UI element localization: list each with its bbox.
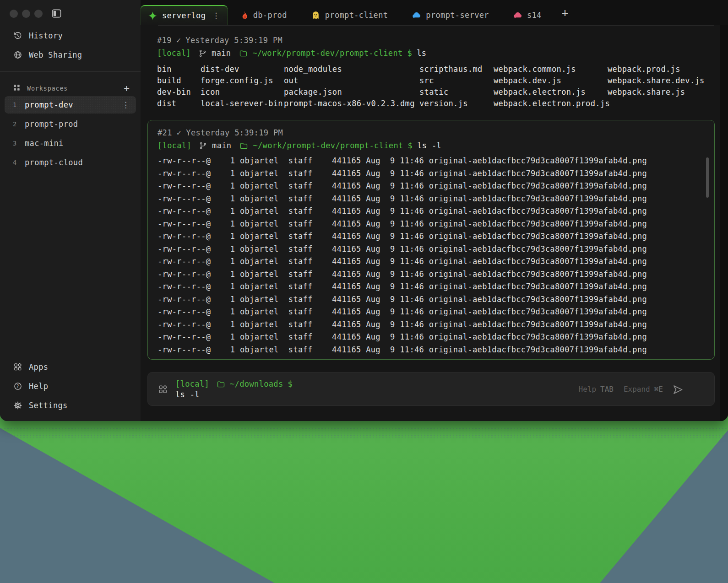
tab-menu-icon[interactable]: ⋮: [212, 11, 220, 20]
tab-serverlog[interactable]: serverlog⋮: [141, 5, 228, 25]
prompt-sign: $: [408, 141, 413, 150]
command-block-21-selected[interactable]: #21 ✓ Yesterday 5:39:19 PM [local] main: [147, 120, 715, 360]
block-timestamp: Yesterday 5:39:19 PM: [185, 36, 283, 45]
workspace-item-prompt-prod[interactable]: 2prompt-prod: [5, 115, 136, 133]
file-name: dev-bin: [157, 86, 201, 98]
file-name: bin: [157, 64, 201, 75]
history-icon: [13, 31, 22, 40]
hint-help: HelpTAB: [579, 385, 614, 394]
input-lines: [local] ~/downloads $ ls -l: [175, 378, 293, 402]
hint-label: Help: [579, 385, 597, 394]
workspace-menu-icon[interactable]: ⋮: [122, 100, 130, 109]
ls-row: -rw-r--r--@ 1 objartel staff 441165 Aug …: [158, 306, 714, 318]
file-name: version.js: [419, 98, 494, 109]
file-name: out: [284, 75, 419, 86]
workspace-item-prompt-dev[interactable]: 1prompt-dev⋮: [5, 96, 136, 113]
window-close-button[interactable]: [10, 10, 18, 18]
file-name: webpack.share.js: [608, 86, 705, 98]
command-input-box[interactable]: [local] ~/downloads $ ls -l HelpTABExpan…: [147, 372, 715, 406]
branch-name: main: [212, 141, 231, 150]
file-name: scripthaus.md: [419, 64, 494, 75]
ls-column: dist-devforge.config.jsiconlocal-serever…: [201, 64, 284, 109]
cwd-path: ~/work/prompt-dev/prompt-client: [252, 49, 402, 58]
ghost-icon: [311, 11, 321, 20]
hint-label: Expand: [624, 385, 650, 394]
ls-column: node_modulesoutpackage.jsonprompt-macos-…: [284, 64, 419, 109]
file-name: dist-dev: [201, 64, 284, 75]
git-branch-icon: [199, 141, 207, 150]
command-text: ls -l: [417, 141, 441, 150]
sidebar-item-help[interactable]: ?Help: [0, 377, 141, 396]
ls-column: webpack.common.jswebpack.dev.jswebpack.e…: [494, 64, 608, 109]
block-scrollbar-thumb[interactable]: [706, 157, 709, 198]
ls-column: scripthaus.mdsrcstaticversion.js: [419, 64, 494, 109]
sidebar-item-settings[interactable]: Settings: [0, 396, 141, 415]
file-name: webpack.prod.js: [608, 64, 705, 75]
file-name: build: [157, 75, 201, 86]
ls-row: -rw-r--r--@ 1 objartel staff 441165 Aug …: [158, 268, 714, 281]
file-name: static: [419, 86, 494, 98]
tab-bar: serverlog⋮db-prodprompt-clientprompt-ser…: [141, 0, 728, 25]
window-zoom-button[interactable]: [34, 10, 43, 18]
file-name: package.json: [284, 86, 419, 98]
block-id: #21: [158, 128, 172, 137]
workspace-name: prompt-cloud: [25, 158, 83, 167]
window-controls[interactable]: [10, 10, 43, 18]
workspace-name: prompt-prod: [25, 119, 78, 129]
host-label: [local]: [175, 379, 209, 389]
tab-prompt-server[interactable]: prompt-server: [400, 5, 501, 25]
ls-row: -rw-r--r--@ 1 objartel staff 441165 Aug …: [158, 243, 714, 256]
ls-long-output: -rw-r--r--@ 1 objartel staff 441165 Aug …: [158, 155, 714, 356]
sidebar-item-label: Apps: [29, 362, 48, 372]
prompt-sign: $: [288, 379, 293, 389]
tab-prompt-client[interactable]: prompt-client: [299, 5, 400, 25]
command-input-value[interactable]: ls -l: [175, 390, 293, 402]
file-name: forge.config.js: [201, 75, 284, 86]
tab-db-prod[interactable]: db-prod: [228, 5, 299, 25]
command-text: ls: [417, 49, 426, 58]
sidebar-top-list: HistoryWeb Sharing: [0, 26, 141, 65]
sidebar-item-label: Settings: [29, 401, 68, 410]
apps-icon: [158, 384, 168, 396]
workspace-item-mac-mini[interactable]: 3mac-mini: [5, 135, 136, 152]
command-block-19[interactable]: #19 ✓ Yesterday 5:39:19 PM [local] main: [147, 34, 721, 109]
ls-row: -rw-r--r--@ 1 objartel staff 441165 Aug …: [158, 193, 714, 205]
workspace-name: mac-mini: [25, 139, 64, 148]
sidebar-item-history[interactable]: History: [0, 26, 141, 45]
new-tab-button[interactable]: +: [559, 7, 571, 19]
input-hints: HelpTABExpand⌘E: [579, 372, 663, 405]
check-icon: ✓: [177, 128, 182, 137]
workspace-name: prompt-dev: [25, 100, 73, 109]
grid-icon: [13, 84, 21, 93]
window-minimize-button[interactable]: [22, 10, 30, 18]
folder-icon: [239, 141, 248, 150]
workspace-number: 2: [13, 120, 25, 128]
ls-row: -rw-r--r--@ 1 objartel staff 441165 Aug …: [158, 255, 714, 268]
hint-expand: Expand⌘E: [624, 385, 663, 394]
workspace-item-prompt-cloud[interactable]: 4prompt-cloud: [5, 154, 136, 171]
command-line: [local] main ~/work/prompt-dev/prompt-c: [158, 139, 714, 152]
svg-text:?: ?: [16, 383, 19, 389]
tab-label: s14: [527, 11, 542, 20]
ls-row: -rw-r--r--@ 1 objartel staff 441165 Aug …: [158, 281, 714, 293]
tab-s14[interactable]: s14: [501, 5, 554, 25]
send-icon[interactable]: [672, 383, 684, 398]
ls-row: -rw-r--r--@ 1 objartel staff 441165 Aug …: [158, 230, 714, 243]
file-name: local-serever-bin: [201, 98, 284, 109]
workspace-number: 4: [13, 159, 25, 166]
ls-row: -rw-r--r--@ 1 objartel staff 441165 Aug …: [158, 155, 714, 167]
add-workspace-button[interactable]: +: [124, 84, 130, 93]
branch-name: main: [212, 49, 231, 58]
sidebar-item-apps[interactable]: Apps: [0, 357, 141, 377]
file-name: icon: [201, 86, 284, 98]
cloud-blue-icon: [412, 11, 421, 20]
sidebar-item-web-sharing[interactable]: Web Sharing: [0, 45, 141, 65]
file-name: webpack.common.js: [494, 64, 608, 75]
ls-row: -rw-r--r--@ 1 objartel staff 441165 Aug …: [158, 331, 714, 344]
cwd-path: ~/downloads: [230, 379, 283, 389]
prompt-sign: $: [407, 49, 413, 58]
sidebar-toggle-icon[interactable]: [51, 9, 62, 20]
ls-row: -rw-r--r--@ 1 objartel staff 441165 Aug …: [158, 167, 714, 180]
sidebar-item-label: History: [29, 31, 63, 40]
workspaces-header: Workspaces +: [0, 81, 141, 96]
